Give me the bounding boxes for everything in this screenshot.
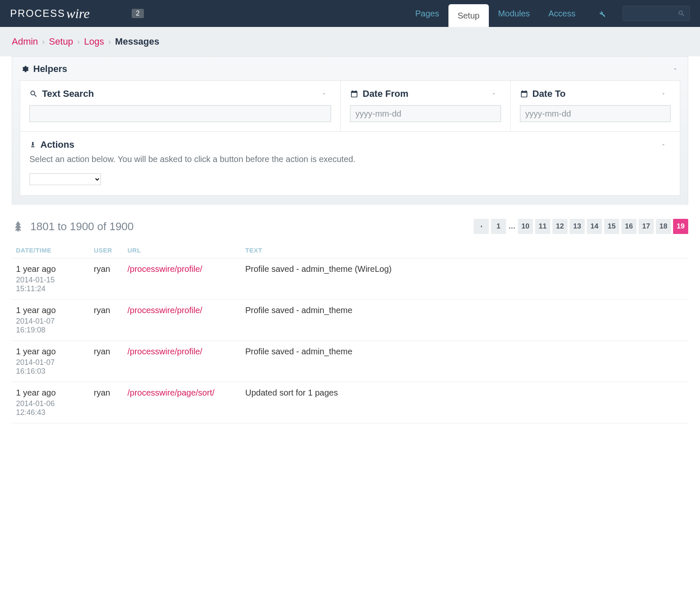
- wrench-icon: [597, 9, 606, 18]
- nav-pages[interactable]: Pages: [406, 0, 448, 27]
- page-14[interactable]: 14: [587, 219, 602, 234]
- pagination: 1 … 10111213141516171819: [474, 219, 688, 234]
- search-wrap: [623, 0, 690, 27]
- text-search-label: Text Search: [42, 88, 94, 99]
- notification-badge[interactable]: 2: [132, 9, 144, 18]
- tree-icon: [12, 220, 24, 233]
- cell-text: Profile saved - admin_theme: [241, 300, 688, 341]
- cell-user: ryan: [90, 382, 123, 423]
- helpers-header[interactable]: Helpers: [12, 57, 688, 80]
- log-url-link[interactable]: /processwire/page/sort/: [127, 388, 215, 397]
- page-1[interactable]: 1: [491, 219, 506, 234]
- breadcrumb-bar: Admin › Setup › Logs › Messages: [0, 27, 700, 56]
- helpers-title: Helpers: [33, 64, 67, 74]
- filter-row: Text Search Date From Date To: [20, 80, 680, 132]
- page-17[interactable]: 17: [639, 219, 654, 234]
- date-from-input[interactable]: [350, 105, 501, 122]
- chevron-down-icon: [660, 142, 666, 148]
- cell-text: Profile saved - admin_theme (WireLog): [241, 258, 688, 300]
- search-input[interactable]: [623, 6, 690, 21]
- actions-select[interactable]: [29, 173, 101, 185]
- cell-user: ryan: [90, 258, 123, 300]
- nav-tools[interactable]: [585, 0, 615, 27]
- date-to-label: Date To: [533, 88, 566, 99]
- cell-datetime: 1 year ago2014-01-15 15:11:24: [12, 258, 90, 300]
- calendar-icon: [520, 90, 528, 98]
- chevron-right-icon: ›: [42, 37, 45, 46]
- actions-title: Actions: [40, 139, 74, 150]
- actions-section: Actions Select an action below. You will…: [20, 132, 680, 196]
- cell-text: Updated sort for 1 pages: [241, 382, 688, 423]
- helpers-panel: Helpers Text Search Date From Date To: [12, 56, 688, 205]
- chevron-right-icon: ›: [109, 37, 111, 46]
- date-from-filter: Date From: [341, 81, 511, 131]
- page-16[interactable]: 16: [621, 219, 636, 234]
- page-13[interactable]: 13: [570, 219, 585, 234]
- date-from-label: Date From: [363, 88, 408, 99]
- log-table: DATE/TIME USER URL TEXT 1 year ago2014-0…: [12, 242, 688, 423]
- text-search-input[interactable]: [29, 105, 331, 122]
- result-count: 1801 to 1900 of 1900: [30, 220, 134, 233]
- table-row: 1 year ago2014-01-15 15:11:24ryan/proces…: [12, 258, 688, 300]
- nav-setup[interactable]: Setup: [448, 4, 489, 27]
- page-19[interactable]: 19: [673, 219, 688, 234]
- page-12[interactable]: 12: [552, 219, 567, 234]
- crumb-logs[interactable]: Logs: [84, 36, 104, 47]
- page-15[interactable]: 15: [604, 219, 619, 234]
- log-url-link[interactable]: /processwire/profile/: [127, 306, 202, 315]
- log-url-link[interactable]: /processwire/profile/: [127, 347, 202, 356]
- page-10[interactable]: 10: [518, 219, 533, 234]
- th-datetime[interactable]: DATE/TIME: [12, 242, 90, 258]
- crumb-setup[interactable]: Setup: [49, 36, 73, 47]
- cell-datetime: 1 year ago2014-01-07 16:19:08: [12, 300, 90, 341]
- th-text[interactable]: TEXT: [241, 242, 688, 258]
- log-url-link[interactable]: /processwire/profile/: [127, 264, 202, 274]
- date-from-header[interactable]: Date From: [350, 88, 501, 99]
- brand-logo[interactable]: PROCESSwire: [10, 0, 90, 27]
- brand-part2: wire: [66, 6, 90, 21]
- chevron-right-icon: ›: [77, 37, 80, 46]
- cell-text: Profile saved - admin_theme: [241, 341, 688, 382]
- cell-datetime: 1 year ago2014-01-06 12:46:43: [12, 382, 90, 423]
- crumb-admin[interactable]: Admin: [12, 36, 38, 47]
- cell-url: /processwire/profile/: [123, 258, 241, 300]
- th-url[interactable]: URL: [123, 242, 241, 258]
- page-ellipsis: …: [508, 219, 516, 234]
- search-icon: [678, 10, 685, 17]
- main-nav: Pages Setup Modules Access: [406, 0, 615, 27]
- chevron-left-icon: [479, 224, 484, 229]
- text-search-filter: Text Search: [20, 81, 341, 131]
- cell-url: /processwire/profile/: [123, 300, 241, 341]
- page-11[interactable]: 11: [535, 219, 550, 234]
- chevron-down-icon: [321, 91, 327, 97]
- chevron-down-icon: [491, 91, 497, 97]
- cell-url: /processwire/page/sort/: [123, 382, 241, 423]
- date-to-header[interactable]: Date To: [520, 88, 671, 99]
- chevron-down-icon: [672, 66, 679, 72]
- table-row: 1 year ago2014-01-07 16:19:08ryan/proces…: [12, 300, 688, 341]
- cell-user: ryan: [90, 300, 123, 341]
- page-18[interactable]: 18: [656, 219, 671, 234]
- th-user[interactable]: USER: [90, 242, 123, 258]
- cell-user: ryan: [90, 341, 123, 382]
- actions-header[interactable]: Actions: [29, 139, 671, 150]
- table-row: 1 year ago2014-01-07 16:16:03ryan/proces…: [12, 341, 688, 382]
- search-icon: [29, 90, 38, 98]
- chess-piece-icon: [29, 141, 36, 149]
- pagination-row: 1801 to 1900 of 1900 1 … 101112131415161…: [0, 215, 700, 242]
- date-to-input[interactable]: [520, 105, 671, 122]
- topbar: PROCESSwire 2 Pages Setup Modules Access: [0, 0, 700, 27]
- chevron-down-icon: [660, 91, 666, 97]
- nav-modules[interactable]: Modules: [489, 0, 539, 27]
- crumb-current: Messages: [115, 36, 159, 47]
- nav-access[interactable]: Access: [539, 0, 585, 27]
- brand-part1: PROCESS: [10, 8, 65, 19]
- text-search-header[interactable]: Text Search: [29, 88, 331, 99]
- table-row: 1 year ago2014-01-06 12:46:43ryan/proces…: [12, 382, 688, 423]
- cell-url: /processwire/profile/: [123, 341, 241, 382]
- actions-description: Select an action below. You will be aske…: [29, 154, 671, 164]
- breadcrumb: Admin › Setup › Logs › Messages: [12, 36, 688, 47]
- cell-datetime: 1 year ago2014-01-07 16:16:03: [12, 341, 90, 382]
- page-prev[interactable]: [474, 219, 489, 234]
- gear-icon: [21, 65, 29, 73]
